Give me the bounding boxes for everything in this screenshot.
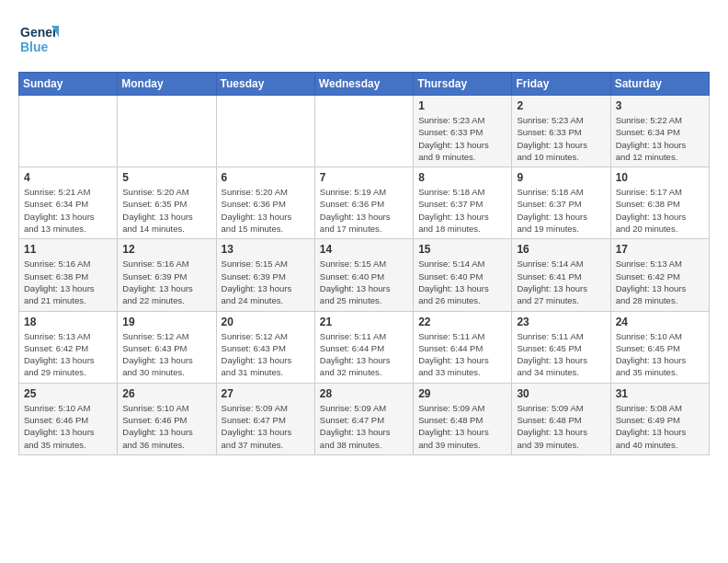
- logo-icon: General Blue: [18, 18, 59, 63]
- calendar-header-monday: Monday: [118, 73, 216, 96]
- day-number: 13: [222, 243, 310, 256]
- day-number: 10: [616, 171, 704, 184]
- calendar-cell: 4Sunrise: 5:21 AM Sunset: 6:34 PM Daylig…: [19, 167, 118, 239]
- day-info: Sunrise: 5:20 AM Sunset: 6:35 PM Dayligh…: [122, 186, 210, 235]
- day-number: 27: [222, 387, 310, 400]
- day-info: Sunrise: 5:11 AM Sunset: 6:44 PM Dayligh…: [418, 330, 506, 379]
- day-number: 21: [320, 316, 408, 328]
- day-info: Sunrise: 5:16 AM Sunset: 6:39 PM Dayligh…: [122, 258, 210, 306]
- calendar-cell: 12Sunrise: 5:16 AM Sunset: 6:39 PM Dayli…: [118, 239, 216, 311]
- calendar-week-1: 1Sunrise: 5:23 AM Sunset: 6:33 PM Daylig…: [19, 96, 710, 167]
- page-header: General Blue: [18, 18, 710, 63]
- day-info: Sunrise: 5:10 AM Sunset: 6:46 PM Dayligh…: [122, 402, 210, 451]
- day-info: Sunrise: 5:21 AM Sunset: 6:34 PM Dayligh…: [24, 186, 112, 235]
- day-number: 26: [122, 387, 210, 400]
- day-info: Sunrise: 5:12 AM Sunset: 6:43 PM Dayligh…: [122, 330, 210, 379]
- calendar-body: 1Sunrise: 5:23 AM Sunset: 6:33 PM Daylig…: [19, 96, 710, 455]
- calendar-cell: 6Sunrise: 5:20 AM Sunset: 6:36 PM Daylig…: [216, 167, 314, 239]
- day-number: 16: [517, 243, 605, 256]
- day-info: Sunrise: 5:11 AM Sunset: 6:44 PM Dayligh…: [320, 330, 408, 379]
- day-info: Sunrise: 5:15 AM Sunset: 6:40 PM Dayligh…: [320, 258, 408, 306]
- calendar-cell: 24Sunrise: 5:10 AM Sunset: 6:45 PM Dayli…: [610, 311, 709, 383]
- day-info: Sunrise: 5:18 AM Sunset: 6:37 PM Dayligh…: [517, 186, 605, 235]
- calendar-cell: 7Sunrise: 5:19 AM Sunset: 6:36 PM Daylig…: [314, 167, 413, 239]
- calendar-cell: 29Sunrise: 5:09 AM Sunset: 6:48 PM Dayli…: [414, 383, 512, 454]
- calendar-cell: 14Sunrise: 5:15 AM Sunset: 6:40 PM Dayli…: [314, 239, 413, 311]
- day-number: 29: [418, 387, 506, 400]
- day-info: Sunrise: 5:15 AM Sunset: 6:39 PM Dayligh…: [222, 258, 310, 306]
- calendar-header-sunday: Sunday: [19, 73, 118, 96]
- day-number: 1: [418, 99, 506, 112]
- calendar-cell: 16Sunrise: 5:14 AM Sunset: 6:41 PM Dayli…: [512, 239, 610, 311]
- calendar-cell: 19Sunrise: 5:12 AM Sunset: 6:43 PM Dayli…: [118, 311, 216, 383]
- day-number: 22: [418, 316, 506, 328]
- day-info: Sunrise: 5:09 AM Sunset: 6:47 PM Dayligh…: [222, 402, 310, 451]
- day-info: Sunrise: 5:11 AM Sunset: 6:45 PM Dayligh…: [517, 330, 605, 379]
- day-number: 30: [517, 387, 605, 400]
- calendar-cell: 5Sunrise: 5:20 AM Sunset: 6:35 PM Daylig…: [118, 167, 216, 239]
- day-info: Sunrise: 5:20 AM Sunset: 6:36 PM Dayligh…: [222, 186, 310, 235]
- day-number: 19: [122, 316, 210, 328]
- day-number: 8: [418, 171, 506, 184]
- calendar-header-row: SundayMondayTuesdayWednesdayThursdayFrid…: [19, 73, 710, 96]
- day-info: Sunrise: 5:23 AM Sunset: 6:33 PM Dayligh…: [517, 114, 605, 163]
- calendar-cell: 21Sunrise: 5:11 AM Sunset: 6:44 PM Dayli…: [314, 311, 413, 383]
- day-info: Sunrise: 5:14 AM Sunset: 6:41 PM Dayligh…: [517, 258, 605, 306]
- day-number: 23: [517, 316, 605, 328]
- day-number: 11: [24, 243, 112, 256]
- day-info: Sunrise: 5:09 AM Sunset: 6:47 PM Dayligh…: [320, 402, 408, 451]
- calendar-cell: 11Sunrise: 5:16 AM Sunset: 6:38 PM Dayli…: [19, 239, 118, 311]
- day-number: 7: [320, 171, 408, 184]
- calendar-week-2: 4Sunrise: 5:21 AM Sunset: 6:34 PM Daylig…: [19, 167, 710, 239]
- day-number: 5: [122, 171, 210, 184]
- day-info: Sunrise: 5:17 AM Sunset: 6:38 PM Dayligh…: [616, 186, 704, 235]
- day-number: 9: [517, 171, 605, 184]
- calendar-cell: 1Sunrise: 5:23 AM Sunset: 6:33 PM Daylig…: [414, 96, 512, 167]
- day-number: 4: [24, 171, 112, 184]
- day-info: Sunrise: 5:13 AM Sunset: 6:42 PM Dayligh…: [24, 330, 112, 379]
- calendar-cell: 22Sunrise: 5:11 AM Sunset: 6:44 PM Dayli…: [414, 311, 512, 383]
- day-number: 17: [616, 243, 704, 256]
- calendar-header-wednesday: Wednesday: [314, 73, 413, 96]
- day-number: 18: [24, 316, 112, 328]
- calendar-cell: 10Sunrise: 5:17 AM Sunset: 6:38 PM Dayli…: [610, 167, 709, 239]
- calendar-week-4: 18Sunrise: 5:13 AM Sunset: 6:42 PM Dayli…: [19, 311, 710, 383]
- day-info: Sunrise: 5:13 AM Sunset: 6:42 PM Dayligh…: [616, 258, 704, 306]
- svg-text:Blue: Blue: [20, 40, 49, 54]
- calendar-cell: 25Sunrise: 5:10 AM Sunset: 6:46 PM Dayli…: [19, 383, 118, 454]
- calendar-cell: 9Sunrise: 5:18 AM Sunset: 6:37 PM Daylig…: [512, 167, 610, 239]
- day-info: Sunrise: 5:16 AM Sunset: 6:38 PM Dayligh…: [24, 258, 112, 306]
- day-number: 6: [222, 171, 310, 184]
- day-info: Sunrise: 5:10 AM Sunset: 6:46 PM Dayligh…: [24, 402, 112, 451]
- day-info: Sunrise: 5:22 AM Sunset: 6:34 PM Dayligh…: [616, 114, 704, 163]
- calendar-cell: [314, 96, 413, 167]
- day-number: 28: [320, 387, 408, 400]
- day-number: 15: [418, 243, 506, 256]
- calendar-cell: [19, 96, 118, 167]
- day-info: Sunrise: 5:19 AM Sunset: 6:36 PM Dayligh…: [320, 186, 408, 235]
- day-number: 20: [222, 316, 310, 328]
- calendar-week-3: 11Sunrise: 5:16 AM Sunset: 6:38 PM Dayli…: [19, 239, 710, 311]
- calendar-cell: 18Sunrise: 5:13 AM Sunset: 6:42 PM Dayli…: [19, 311, 118, 383]
- calendar-header-saturday: Saturday: [610, 73, 709, 96]
- calendar-cell: 20Sunrise: 5:12 AM Sunset: 6:43 PM Dayli…: [216, 311, 314, 383]
- day-info: Sunrise: 5:12 AM Sunset: 6:43 PM Dayligh…: [222, 330, 310, 379]
- day-number: 12: [122, 243, 210, 256]
- calendar-cell: 17Sunrise: 5:13 AM Sunset: 6:42 PM Dayli…: [610, 239, 709, 311]
- calendar-cell: 3Sunrise: 5:22 AM Sunset: 6:34 PM Daylig…: [610, 96, 709, 167]
- logo: General Blue: [18, 18, 59, 63]
- day-number: 2: [517, 99, 605, 112]
- calendar-cell: 2Sunrise: 5:23 AM Sunset: 6:33 PM Daylig…: [512, 96, 610, 167]
- calendar-cell: 8Sunrise: 5:18 AM Sunset: 6:37 PM Daylig…: [414, 167, 512, 239]
- calendar-cell: 13Sunrise: 5:15 AM Sunset: 6:39 PM Dayli…: [216, 239, 314, 311]
- calendar-table: SundayMondayTuesdayWednesdayThursdayFrid…: [18, 72, 710, 455]
- day-info: Sunrise: 5:23 AM Sunset: 6:33 PM Dayligh…: [418, 114, 506, 163]
- calendar-cell: 27Sunrise: 5:09 AM Sunset: 6:47 PM Dayli…: [216, 383, 314, 454]
- day-number: 3: [616, 99, 704, 112]
- day-info: Sunrise: 5:09 AM Sunset: 6:48 PM Dayligh…: [517, 402, 605, 451]
- day-info: Sunrise: 5:18 AM Sunset: 6:37 PM Dayligh…: [418, 186, 506, 235]
- day-number: 25: [24, 387, 112, 400]
- day-info: Sunrise: 5:10 AM Sunset: 6:45 PM Dayligh…: [616, 330, 704, 379]
- calendar-cell: 26Sunrise: 5:10 AM Sunset: 6:46 PM Dayli…: [118, 383, 216, 454]
- day-number: 24: [616, 316, 704, 328]
